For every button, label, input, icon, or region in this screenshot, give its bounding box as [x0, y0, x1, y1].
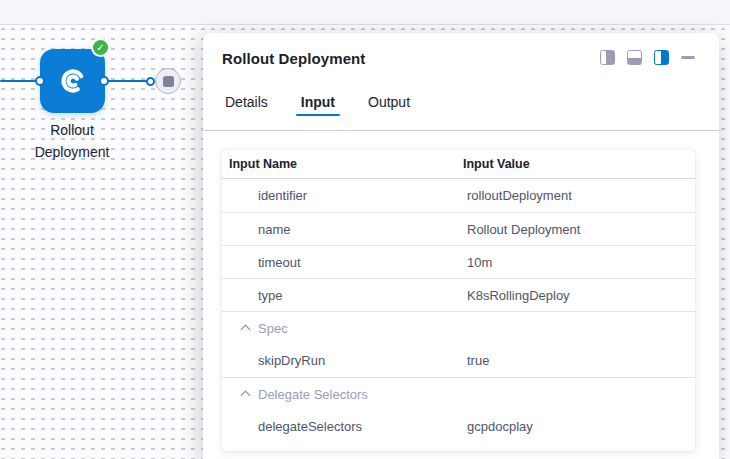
step-details-panel: Rollout Deployment Details Input Output …	[203, 33, 719, 459]
input-name-cell: delegateSelectors	[222, 419, 463, 434]
input-name-cell: name	[222, 222, 463, 237]
k8s-rolling-deploy-icon	[57, 65, 89, 97]
tab-output[interactable]: Output	[363, 92, 415, 122]
table-row: skipDryRuntrue	[222, 344, 695, 377]
input-table-rows: identifierrolloutDeploymentnameRollout D…	[222, 179, 695, 443]
pipeline-end-node[interactable]	[155, 68, 181, 94]
input-value-cell: true	[463, 353, 695, 368]
top-bar	[0, 0, 730, 25]
panel-body: Input Name Input Value identifierrollout…	[203, 131, 719, 451]
table-row: timeout10m	[222, 245, 695, 278]
table-row: identifierrolloutDeployment	[222, 179, 695, 212]
table-row: typeK8sRollingDeploy	[222, 278, 695, 311]
group-label: Spec	[249, 321, 695, 336]
input-value-cell: gcpdocplay	[463, 419, 695, 434]
node-label: Rollout Deployment	[12, 120, 132, 163]
column-header-input-name: Input Name	[222, 157, 463, 171]
input-value-cell: K8sRollingDeploy	[463, 288, 695, 303]
edge-connector-dot	[146, 77, 155, 86]
app-window: ✓ Rollout Deployment Rollout Deployment …	[0, 0, 730, 459]
panel-title: Rollout Deployment	[222, 50, 365, 67]
input-name-cell: skipDryRun	[222, 353, 463, 368]
table-row: delegateSelectorsgcpdocplay	[222, 410, 695, 443]
input-value-cell: 10m	[463, 255, 695, 270]
input-value-cell: rolloutDeployment	[463, 188, 695, 203]
dock-right-toggle-icon[interactable]	[654, 50, 669, 65]
table-row: nameRollout Deployment	[222, 212, 695, 245]
tab-input[interactable]: Input	[296, 92, 340, 122]
edge-incoming	[0, 80, 40, 83]
split-view-toggle-icon[interactable]	[600, 50, 615, 65]
step-node-rollout-deployment[interactable]	[40, 49, 105, 113]
input-name-cell: timeout	[222, 255, 463, 270]
dock-bottom-toggle-icon[interactable]	[627, 50, 642, 65]
tab-details[interactable]: Details	[222, 92, 273, 122]
input-name-cell: identifier	[222, 188, 463, 203]
edge-outgoing	[104, 80, 151, 83]
stop-square-icon	[163, 76, 174, 87]
group-row: Spec	[222, 311, 695, 344]
node-port-right	[99, 76, 109, 86]
success-check-icon: ✓	[91, 38, 110, 57]
panel-header: Rollout Deployment	[203, 33, 719, 92]
input-name-cell: type	[222, 288, 463, 303]
panel-window-controls	[600, 50, 695, 65]
group-row: Delegate Selectors	[222, 377, 695, 410]
group-label: Delegate Selectors	[249, 387, 695, 402]
input-table-card: Input Name Input Value identifierrollout…	[222, 150, 695, 451]
node-port-left	[35, 76, 45, 86]
input-table-header: Input Name Input Value	[222, 150, 695, 179]
minimize-icon[interactable]	[681, 56, 695, 59]
input-value-cell: Rollout Deployment	[463, 222, 695, 237]
panel-tabs: Details Input Output	[203, 92, 719, 131]
column-header-input-value: Input Value	[463, 157, 695, 171]
